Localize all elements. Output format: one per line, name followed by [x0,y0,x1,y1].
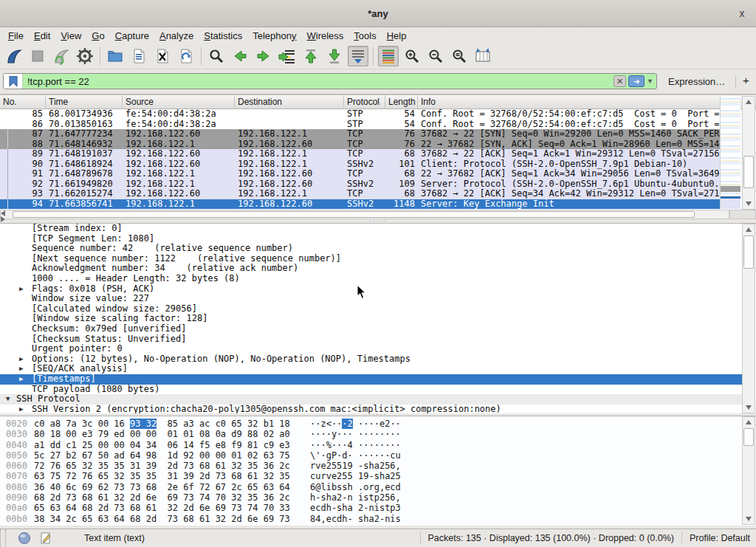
detail-row[interactable]: ▶Options: (12 bytes), No-Operation (NOP)… [0,354,742,365]
menu-item-view[interactable]: View [55,29,86,43]
hex-ascii[interactable]: \'·gP·d· ······cu [310,450,401,461]
menu-item-analyze[interactable]: Analyze [154,29,199,43]
go-last-icon[interactable] [324,46,345,66]
expand-icon[interactable]: ▶ [19,374,23,385]
hex-ascii[interactable]: ecdh-sha 2-nistp3 [310,503,401,513]
hex-ascii[interactable]: h-sha2-n istp256, [310,492,401,503]
details-vscrollbar[interactable] [742,224,755,413]
detail-row[interactable]: Sequence number: 42 (relative sequence n… [0,244,742,254]
detail-row[interactable]: 1000 .... = Header Length: 32 bytes (8) [0,274,742,284]
filter-dropdown-icon[interactable]: ▼ [647,78,653,85]
packet-row-90[interactable]: 9071.648618924192.168.122.60192.168.122.… [0,159,740,170]
hex-bytes[interactable]: 65 63 64 68 2d 73 68 61 32 2d 6e 69 73 7… [34,503,290,513]
scroll-down-icon[interactable] [743,402,755,413]
colorize-icon[interactable] [378,46,399,66]
expand-icon[interactable]: ▶ [19,284,23,295]
filter-text[interactable]: !tcp.port == 22 [23,76,614,87]
close-file-icon[interactable] [152,46,173,66]
hex-bytes[interactable]: 68 2d 73 68 61 32 2d 6e 69 73 74 70 32 3… [34,492,290,503]
stop-capture-icon[interactable] [27,46,48,66]
detail-row[interactable]: ▶Flags: 0x018 (PSH, ACK) [0,284,742,295]
hex-ascii[interactable]: rve25519 -sha256, [310,461,401,471]
detail-row[interactable]: [Next sequence number: 1122 (relative se… [0,254,742,264]
filter-bookmark-icon[interactable] [4,74,23,89]
detail-row[interactable]: [Window size scaling factor: 128] [0,314,742,324]
detail-row[interactable]: ▶[SEQ/ACK analysis] [0,364,742,374]
packet-row-94[interactable]: 9471.663856741192.168.122.1192.168.122.6… [0,199,740,210]
close-icon[interactable]: x [735,7,749,20]
reload-file-icon[interactable] [176,46,196,66]
display-filter-input[interactable]: !tcp.port == 22 ✕ ➜ ▼ [3,73,657,89]
expand-icon[interactable]: ▶ [19,405,23,413]
packet-row-89[interactable]: 8971.648191037192.168.122.60192.168.122.… [0,149,740,159]
hex-row-0080[interactable]: 008036 40 6c 69 62 73 73 68 2e 6f 72 67 … [0,482,756,492]
hex-bytes[interactable]: a1 dd c1 25 00 00 04 34 06 14 f5 e8 f9 8… [34,440,290,450]
detail-row[interactable]: Window size value: 227 [0,294,742,304]
hex-row-0050[interactable]: 00505c 27 b2 67 50 ad 64 98 1d 92 00 00 … [0,450,756,461]
hex-ascii[interactable]: ····y··· ········ [310,429,401,439]
scroll-up-icon[interactable] [743,417,755,427]
restart-capture-icon[interactable] [51,46,72,66]
hex-row-0040[interactable]: 0040a1 dd c1 25 00 00 04 34 06 14 f5 e8 … [0,440,756,450]
detail-row[interactable]: [Stream index: 0] [0,224,742,234]
statusbar-grip[interactable] [0,529,6,547]
hex-row-0090[interactable]: 009068 2d 73 68 61 32 2d 6e 69 73 74 70 … [0,492,756,503]
hex-row-0020[interactable]: 0020c0 a8 7a 3c 00 16 93 32 85 a3 ac c0 … [0,419,756,429]
capture-options-icon[interactable] [75,46,95,66]
status-profile[interactable]: Profile: Default [690,533,750,543]
detail-row[interactable]: ▼SSH Protocol [0,394,742,405]
column-header-time[interactable]: Time [46,95,123,109]
hex-ascii[interactable]: ···%···4 ········ [310,440,401,450]
hex-row-00a0[interactable]: 00a065 63 64 68 2d 73 68 61 32 2d 6e 69 … [0,503,756,513]
hex-ascii[interactable]: 6@libssh .org,ecd [310,482,401,492]
hex-ascii[interactable]: ··z<···2 ····e2·· [310,419,401,429]
hex-bytes[interactable]: 63 75 72 76 65 32 35 35 31 39 2d 73 68 6… [34,471,290,481]
find-packet-icon[interactable] [206,46,227,66]
detail-row[interactable]: [Checksum Status: Unverified] [0,334,742,345]
packet-row-85[interactable]: 8568.001734936fe:54:00:d4:38:2aSTP54Conf… [0,109,740,120]
scroll-up-icon[interactable] [743,97,755,107]
detail-row[interactable]: Urgent pointer: 0 [0,344,742,354]
hex-bytes[interactable]: 38 34 2c 65 63 64 68 2d 73 68 61 32 2d 6… [34,514,290,524]
detail-row[interactable]: TCP payload (1080 bytes) [0,385,742,395]
hex-row-00b0[interactable]: 00b038 34 2c 65 63 64 68 2d 73 68 61 32 … [0,514,756,524]
filter-apply-icon[interactable]: ➜ [628,75,645,87]
column-header-source[interactable]: Source [123,95,235,109]
go-first-icon[interactable] [300,46,321,66]
save-file-icon[interactable] [128,46,149,66]
hex-row-0030[interactable]: 003080 18 00 e3 79 ed 00 00 01 01 08 0a … [0,429,756,439]
scroll-thumb[interactable] [13,211,695,218]
packet-list-hscrollbar[interactable] [0,210,729,219]
go-forward-icon[interactable] [253,46,274,66]
packet-row-88[interactable]: 8871.648146932192.168.122.1192.168.122.6… [0,140,740,150]
hex-bytes[interactable]: 5c 27 b2 67 50 ad 64 98 1d 92 00 00 01 0… [34,450,290,461]
column-header-length[interactable]: Length [385,95,418,109]
detail-row[interactable]: [TCP Segment Len: 1080] [0,234,742,244]
packet-row-91[interactable]: 9171.648789678192.168.122.1192.168.122.6… [0,169,740,179]
intelligent-scrollbar[interactable] [720,96,740,209]
hex-bytes[interactable]: c0 a8 7a 3c 00 16 93 32 85 a3 ac c0 65 3… [34,419,290,429]
titlebar[interactable]: *any x [0,0,756,27]
packet-row-92[interactable]: 9271.661949820192.168.122.1192.168.122.6… [0,179,740,190]
detail-row[interactable]: Acknowledgment number: 34 (relative ack … [0,264,742,274]
bytes-vscrollbar[interactable] [742,416,755,525]
zoom-reset-icon[interactable] [449,46,470,66]
column-header-protocol[interactable]: Protocol [344,95,385,109]
hex-bytes[interactable]: 80 18 00 e3 79 ed 00 00 01 01 08 0a d9 8… [34,429,290,439]
hex-row-0060[interactable]: 006072 76 65 32 35 35 31 39 2d 73 68 61 … [0,461,756,471]
hex-row-0070[interactable]: 007063 75 72 76 65 32 35 35 31 39 2d 73 … [0,471,756,481]
menu-item-edit[interactable]: Edit [29,29,55,43]
zoom-out-icon[interactable] [425,46,446,66]
hex-ascii[interactable]: 84,ecdh- sha2-nis [310,514,401,524]
scroll-thumb[interactable] [743,156,754,188]
go-to-packet-icon[interactable] [277,46,298,66]
open-file-icon[interactable] [105,46,126,66]
add-filter-button[interactable]: + [743,74,749,86]
packet-row-86[interactable]: 8670.013850163fe:54:00:d4:38:2aSTP54Conf… [0,120,740,130]
expand-icon[interactable]: ▶ [19,354,23,365]
scroll-down-icon[interactable] [743,199,755,209]
menu-item-statistics[interactable]: Statistics [199,29,247,43]
hex-bytes[interactable]: 36 40 6c 69 62 73 73 68 2e 6f 72 67 2c 6… [34,482,290,492]
menu-item-tools[interactable]: Tools [348,29,381,43]
expand-icon[interactable]: ▶ [19,364,23,374]
